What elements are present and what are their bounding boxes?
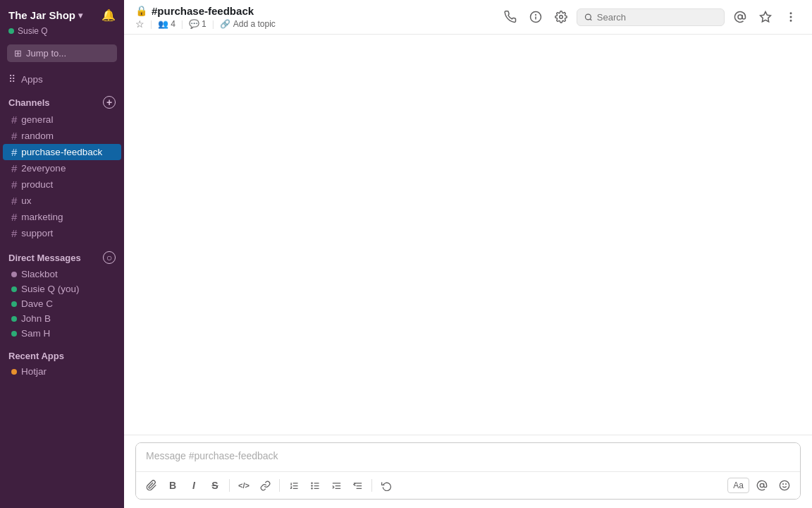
channels-section-header[interactable]: Channels +: [0, 92, 124, 111]
attach-button[interactable]: [142, 476, 161, 495]
channel-title: 🔒 #purchase-feedback: [135, 5, 276, 17]
dm-item-sam[interactable]: Sam H: [3, 326, 121, 341]
channel-meta: ☆ | 👥 4 | 💬 1 | 🔗 Add a topic: [135, 18, 276, 30]
user-name: Susie Q: [18, 26, 48, 36]
search-bar[interactable]: [577, 8, 725, 26]
toolbar-separator: [279, 479, 280, 492]
dm-name: Dave C: [21, 298, 53, 309]
channel-item-ux[interactable]: # ux: [3, 193, 121, 209]
message-input-container: B I S </>: [124, 435, 812, 508]
dm-status-dot: [11, 316, 17, 322]
members-meta[interactable]: 👥 4: [158, 19, 176, 29]
indent-button[interactable]: [326, 476, 346, 495]
code-button[interactable]: </>: [234, 476, 254, 495]
channel-name: 2everyone: [21, 163, 66, 174]
user-status: Susie Q: [0, 25, 124, 42]
jump-to-button[interactable]: ⊞ Jump to...: [7, 44, 117, 62]
dm-item-john[interactable]: John B: [3, 311, 121, 326]
hash-icon: #: [11, 162, 17, 174]
channels-header-label: Channels: [8, 97, 50, 108]
at-mention-icon[interactable]: [730, 7, 750, 27]
user-status-dot: [8, 28, 14, 34]
message-input-field[interactable]: [136, 443, 800, 468]
svg-point-3: [560, 16, 563, 19]
svg-point-27: [780, 480, 789, 490]
undo-icon[interactable]: [376, 476, 396, 495]
at-icon[interactable]: [752, 476, 772, 495]
channel-item-general[interactable]: # general: [3, 111, 121, 128]
svg-point-17: [311, 483, 312, 483]
more-icon[interactable]: [781, 7, 801, 27]
recent-apps-header-label: Recent Apps: [8, 351, 64, 361]
hash-icon: #: [11, 195, 17, 207]
bold-button[interactable]: B: [163, 476, 183, 495]
search-input[interactable]: [597, 12, 717, 23]
settings-icon[interactable]: [551, 7, 571, 27]
lock-icon: 🔒: [135, 5, 147, 16]
channel-item-product[interactable]: # product: [3, 176, 121, 193]
channel-item-purchase-feedback[interactable]: # purchase-feedback: [3, 144, 121, 160]
workspace-name-text: The Jar Shop: [8, 9, 75, 21]
jump-to-icon: ⊞: [14, 48, 22, 59]
dm-header-label: Direct Messages: [8, 253, 81, 263]
strikethrough-button[interactable]: S: [205, 476, 225, 495]
apps-item[interactable]: ⠿ Apps: [0, 69, 124, 89]
thread-count: 1: [202, 19, 207, 29]
recent-apps-section-header[interactable]: Recent Apps: [0, 346, 124, 364]
meta-divider: |: [181, 19, 183, 29]
recent-app-hotjar[interactable]: Hotjar: [3, 364, 121, 379]
link-button[interactable]: [255, 476, 275, 495]
message-toolbar: B I S </>: [136, 471, 800, 499]
dm-name: Slackbot: [21, 269, 58, 279]
hash-icon: #: [11, 114, 17, 126]
call-icon[interactable]: [500, 7, 520, 27]
dm-status-dot: [11, 301, 17, 307]
channels-section: Channels + # general # random # purchase…: [0, 89, 124, 244]
dm-status-dot: [11, 331, 17, 337]
dm-item-slackbot[interactable]: Slackbot: [3, 267, 121, 282]
channel-header-right: [500, 7, 801, 27]
channel-name: purchase-feedback: [21, 147, 102, 157]
italic-button[interactable]: I: [184, 476, 204, 495]
apps-label: Apps: [21, 74, 43, 85]
channel-header-left: 🔒 #purchase-feedback ☆ | 👥 4 | 💬 1 |: [135, 5, 276, 30]
info-icon[interactable]: [526, 7, 546, 27]
svg-point-4: [585, 14, 591, 20]
emoji-button[interactable]: [775, 476, 794, 495]
workspace-chevron-icon: ▾: [78, 11, 82, 20]
svg-point-10: [790, 20, 792, 22]
bullet-list-button[interactable]: [305, 476, 325, 495]
add-topic-button[interactable]: 🔗 Add a topic: [220, 19, 276, 29]
channel-item-marketing[interactable]: # marketing: [3, 209, 121, 225]
format-toggle-button[interactable]: Aa: [727, 478, 749, 493]
svg-point-26: [760, 483, 763, 487]
star-icon[interactable]: ☆: [135, 18, 144, 30]
ordered-list-button[interactable]: [284, 476, 304, 495]
jump-to-label: Jump to...: [26, 48, 66, 59]
add-topic-label: Add a topic: [233, 19, 276, 29]
bookmark-icon[interactable]: [756, 7, 775, 27]
channel-name: random: [21, 131, 54, 141]
dm-status-dot: [11, 286, 17, 292]
dm-item-susie[interactable]: Susie Q (you): [3, 282, 121, 296]
svg-point-19: [311, 488, 312, 488]
bell-icon[interactable]: 🔔: [102, 8, 116, 22]
threads-meta[interactable]: 💬 1: [189, 19, 207, 29]
dm-status-dot: [11, 272, 17, 277]
toolbar-separator: [371, 479, 372, 492]
dm-section-header[interactable]: Direct Messages ○: [0, 247, 124, 267]
channel-name: marketing: [21, 212, 63, 222]
outdent-button[interactable]: [347, 476, 367, 495]
svg-line-5: [590, 18, 591, 20]
dm-item-dave[interactable]: Dave C: [3, 296, 121, 311]
channel-item-support[interactable]: # support: [3, 225, 121, 241]
hash-icon: #: [11, 146, 17, 158]
add-channel-icon[interactable]: +: [103, 96, 116, 109]
channel-item-2everyone[interactable]: # 2everyone: [3, 160, 121, 176]
message-input-box: B I S </>: [135, 442, 801, 500]
channel-item-random[interactable]: # random: [3, 128, 121, 144]
channel-header: 🔒 #purchase-feedback ☆ | 👥 4 | 💬 1 |: [124, 0, 812, 35]
add-topic-link-icon: 🔗: [220, 19, 230, 29]
workspace-name[interactable]: The Jar Shop ▾: [8, 9, 82, 21]
new-dm-icon[interactable]: ○: [103, 251, 116, 264]
